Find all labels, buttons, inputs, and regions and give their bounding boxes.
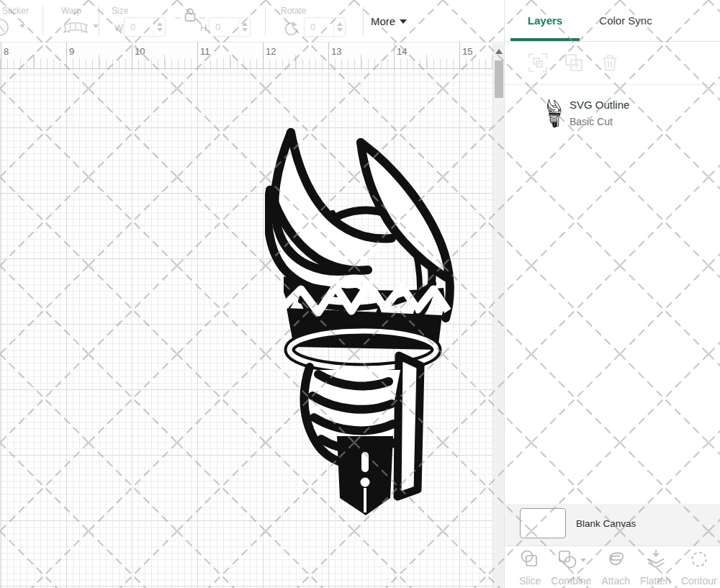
chevron-down-icon <box>400 19 407 24</box>
torch-artwork[interactable] <box>265 128 461 517</box>
warp-caret-icon[interactable] <box>93 24 99 28</box>
stepper-down-icon[interactable] <box>337 28 343 32</box>
height-field-group <box>209 17 251 37</box>
height-label: H <box>200 22 207 33</box>
duplicate-button[interactable] <box>564 53 584 73</box>
toolbar-divider <box>42 6 43 36</box>
tab-color-sync[interactable]: Color Sync <box>590 0 662 41</box>
width-field-group <box>124 17 166 37</box>
attach-label: Attach <box>601 575 630 587</box>
size-section-label: Size <box>112 6 128 16</box>
horizontal-ruler: 8 9 10 11 12 13 14 15 <box>0 43 492 69</box>
attach-icon <box>605 548 626 573</box>
sticker-caret-icon[interactable] <box>19 24 25 28</box>
canvas-vertical-scrollbar[interactable] <box>492 43 504 588</box>
group-button[interactable] <box>528 53 548 73</box>
canvas-color-swatch[interactable] <box>520 508 566 538</box>
ruler-number: 8 <box>4 46 9 57</box>
ruler-number: 10 <box>135 46 145 57</box>
rotate-field-group <box>304 17 346 37</box>
more-button[interactable]: More <box>371 15 407 27</box>
tab-layers[interactable]: Layers <box>510 0 580 41</box>
width-stepper[interactable] <box>153 18 165 36</box>
slice-button[interactable]: Slice <box>519 548 541 587</box>
combine-label: Combine <box>551 575 591 587</box>
blank-canvas-row[interactable]: Blank Canvas <box>505 504 720 546</box>
stepper-down-icon[interactable] <box>242 28 248 32</box>
stepper-up-icon[interactable] <box>157 22 163 26</box>
flatten-label: Flatten <box>640 575 671 587</box>
layer-actions-row <box>505 42 720 85</box>
ruler-number: 14 <box>397 46 407 57</box>
scrollbar-thumb[interactable] <box>495 60 503 98</box>
layer-cut-type: Basic Cut <box>570 114 629 130</box>
rotate-input[interactable] <box>305 18 333 36</box>
layer-text: SVG Outline Basic Cut <box>570 96 629 130</box>
combine-button[interactable]: Combine <box>551 548 591 587</box>
contour-label: Contour <box>681 575 717 587</box>
toolbar-divider <box>99 6 99 36</box>
combine-caret-icon[interactable] <box>580 558 586 562</box>
sticker-section-label: Sticker <box>2 6 29 16</box>
layer-item[interactable]: SVG Outline Basic Cut <box>505 95 720 135</box>
slice-icon <box>519 548 541 573</box>
rotate-stepper[interactable] <box>333 18 345 36</box>
contour-button[interactable]: Contour <box>681 548 717 587</box>
panel-tabs: Layers Color Sync <box>505 0 720 42</box>
flatten-button[interactable]: Flatten <box>640 548 671 587</box>
attach-button[interactable]: Attach <box>601 548 630 587</box>
height-input[interactable] <box>210 18 238 36</box>
ruler-number: 13 <box>331 46 341 57</box>
slice-label: Slice <box>519 575 541 587</box>
contour-icon <box>688 548 710 573</box>
layer-title: SVG Outline <box>570 96 629 114</box>
warp-icon[interactable] <box>63 22 89 39</box>
tab-layers-label: Layers <box>528 14 562 27</box>
stepper-down-icon[interactable] <box>157 28 163 32</box>
sticker-icon[interactable] <box>0 18 15 40</box>
toolbar-divider <box>363 6 364 36</box>
layer-thumbnail <box>546 99 562 128</box>
rotate-section-label: Rotate <box>281 6 306 16</box>
toolbar-divider <box>265 6 266 36</box>
ruler-number: 15 <box>462 46 472 57</box>
flatten-icon <box>645 548 667 573</box>
width-input[interactable] <box>125 18 153 36</box>
blank-canvas-label: Blank Canvas <box>576 518 636 529</box>
top-toolbar: Sticker Warp Size W H Rotate More <box>0 0 504 42</box>
combine-icon <box>557 548 578 573</box>
height-stepper[interactable] <box>238 18 250 36</box>
rotate-icon[interactable] <box>282 20 299 40</box>
ruler-number: 9 <box>69 46 74 57</box>
ruler-number: 12 <box>266 46 276 57</box>
stepper-up-icon[interactable] <box>337 22 343 26</box>
ruler-number: 11 <box>200 46 210 57</box>
stepper-up-icon[interactable] <box>242 22 248 26</box>
more-label: More <box>371 15 395 27</box>
layers-panel: Layers Color Sync SV <box>504 0 720 588</box>
width-label: W <box>114 22 123 33</box>
scroll-up-arrow-icon[interactable] <box>495 49 503 54</box>
warp-section-label: Warp <box>61 6 81 16</box>
layer-tools-bar: Slice Combine Attach Flatten <box>505 546 720 588</box>
trash-button[interactable] <box>600 53 620 73</box>
tab-color-sync-label: Color Sync <box>599 14 652 27</box>
